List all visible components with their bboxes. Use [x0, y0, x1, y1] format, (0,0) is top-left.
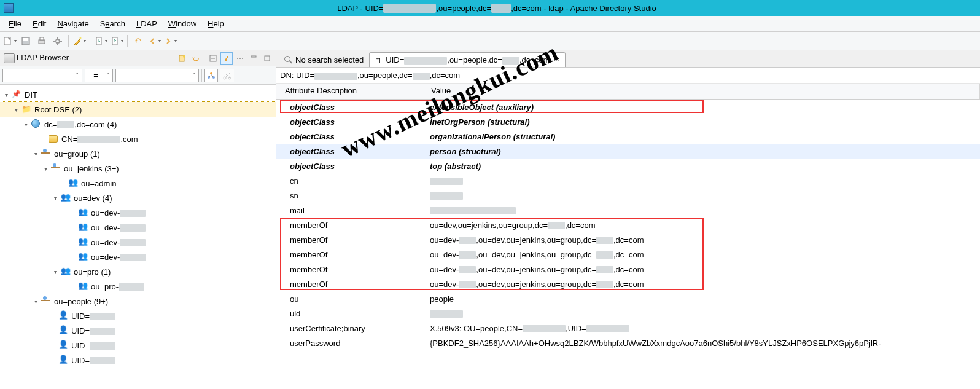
tree-uid[interactable]: UID= — [0, 308, 276, 323]
attr-row[interactable]: sn — [276, 188, 980, 203]
export-button[interactable] — [109, 34, 124, 49]
attr-row[interactable]: objectClassextensibleObject (auxiliary) — [276, 100, 980, 114]
col-attribute[interactable]: Attribute Description — [276, 84, 422, 99]
tree-admin[interactable]: ou=admin — [0, 176, 276, 191]
main-toolbar — [0, 32, 980, 50]
attr-row[interactable]: objectClassorganizationalPerson (structu… — [276, 129, 980, 144]
dn-bar: DN: UID=,ou=people,dc=,dc=com — [276, 68, 980, 84]
svg-point-5 — [56, 39, 60, 43]
window-title: LDAP - UID= ,ou=people,dc= ,dc=com - lda… — [17, 3, 976, 13]
menu-help[interactable]: Help — [203, 17, 229, 30]
tree-jenkins[interactable]: ou=jenkins (3+) — [0, 161, 276, 176]
ldap-browser-header: LDAP Browser — [0, 50, 276, 66]
window-titlebar: LDAP - UID= ,ou=people,dc= ,dc=com - lda… — [0, 0, 980, 16]
attr-row[interactable]: objectClassperson (structural) — [276, 144, 980, 159]
tree-dev-child[interactable]: ou=dev- — [0, 235, 276, 250]
attr-row[interactable]: objectClassinetOrgPerson (structural) — [276, 114, 980, 129]
menu-edit[interactable]: Edit — [28, 17, 51, 30]
filter-attribute-combo[interactable] — [2, 69, 82, 82]
ldap-browser-title: LDAP Browser — [2, 53, 175, 63]
tree-pro[interactable]: ou=pro (1) — [0, 264, 276, 279]
attr-row[interactable]: memberOfou=dev,ou=jenkins,ou=group,dc=,d… — [276, 218, 980, 232]
attr-row[interactable]: userPassword{PBKDF2_SHA256}AAAIAAh+OHwsq… — [276, 336, 980, 350]
wizard-button[interactable] — [72, 34, 87, 49]
collapse-button[interactable] — [207, 52, 219, 65]
filter-operator-combo[interactable]: = — [85, 69, 113, 82]
close-icon[interactable]: ✕ — [554, 56, 560, 64]
menu-navigate[interactable]: Navigate — [52, 17, 93, 30]
undo-button[interactable] — [131, 34, 146, 49]
tree-group[interactable]: ou=group (1) — [0, 146, 276, 161]
tree-dc[interactable]: dc=,dc=com (4) — [0, 117, 276, 132]
tree-people[interactable]: ou=people (9+) — [0, 294, 276, 308]
minimize-icon[interactable] — [247, 52, 260, 65]
menu-search[interactable]: Search — [95, 17, 130, 30]
tree-uid[interactable]: UID= — [0, 323, 276, 338]
svg-point-14 — [183, 55, 185, 58]
maximize-icon[interactable] — [261, 52, 273, 65]
menu-file[interactable]: File — [4, 17, 26, 30]
tree-root-dse[interactable]: Root DSE (2) — [0, 102, 276, 117]
tree-uid[interactable]: UID= — [0, 338, 276, 353]
attr-row[interactable]: uid — [276, 306, 980, 321]
attr-row[interactable]: oupeople — [276, 291, 980, 306]
tree-pro-child[interactable]: ou=pro- — [0, 279, 276, 294]
filter-tree-button[interactable] — [204, 69, 218, 82]
attr-row[interactable]: cn — [276, 173, 980, 188]
filter-row: = — [0, 66, 276, 85]
filter-value-combo[interactable] — [115, 69, 199, 82]
svg-point-17 — [237, 58, 238, 59]
refresh-button[interactable] — [190, 52, 202, 65]
tree-dev-child[interactable]: ou=dev- — [0, 250, 276, 264]
menubar: File Edit Navigate Search LDAP Window He… — [0, 16, 980, 32]
svg-rect-20 — [251, 56, 256, 57]
gear-button[interactable] — [50, 34, 65, 49]
editor-tabs: No search selected UID=,ou=people,dc=,dc… — [276, 50, 980, 68]
svg-point-19 — [242, 58, 243, 59]
print-button[interactable] — [34, 34, 49, 49]
attr-row[interactable]: memberOfou=dev-,ou=dev,ou=jenkins,ou=gro… — [276, 232, 980, 247]
forward-button[interactable] — [163, 34, 177, 49]
attribute-table[interactable]: objectClassextensibleObject (auxiliary)o… — [276, 100, 980, 389]
app-icon — [4, 3, 14, 13]
back-button[interactable] — [147, 34, 161, 49]
svg-rect-2 — [23, 38, 28, 41]
save-button[interactable] — [18, 34, 33, 49]
attribute-table-header: Attribute Description Value — [276, 84, 980, 100]
svg-rect-3 — [39, 40, 45, 44]
tree-dev[interactable]: ou=dev (4) — [0, 191, 276, 205]
tab-search[interactable]: No search selected — [279, 52, 369, 67]
menu-ldap[interactable]: LDAP — [131, 17, 162, 30]
col-value[interactable]: Value — [422, 84, 980, 99]
svg-point-22 — [210, 72, 212, 74]
tree-uid[interactable]: UID= — [0, 353, 276, 367]
menu-icon[interactable] — [234, 52, 246, 65]
attr-row[interactable]: memberOfou=dev-,ou=dev,ou=jenkins,ou=gro… — [276, 277, 980, 291]
link-button[interactable] — [220, 52, 233, 65]
attr-row[interactable]: objectClasstop (abstract) — [276, 159, 980, 173]
import-button[interactable] — [93, 34, 108, 49]
svg-rect-21 — [265, 56, 270, 61]
new-context-button[interactable] — [176, 52, 189, 65]
svg-rect-4 — [40, 37, 44, 40]
entry-icon — [375, 56, 383, 65]
attr-row[interactable]: mail — [276, 203, 980, 218]
menu-window[interactable]: Window — [163, 17, 201, 30]
new-button[interactable] — [2, 34, 17, 49]
attr-row[interactable]: memberOfou=dev-,ou=dev,ou=jenkins,ou=gro… — [276, 247, 980, 262]
cut-button[interactable] — [220, 69, 234, 82]
tree-dev-child[interactable]: ou=dev- — [0, 205, 276, 220]
svg-point-10 — [80, 37, 82, 39]
tree-cn[interactable]: CN=.com — [0, 132, 276, 146]
attr-row[interactable]: memberOfou=dev-,ou=dev,ou=jenkins,ou=gro… — [276, 262, 980, 277]
attr-row[interactable]: userCertificate;binaryX.509v3: OU=people… — [276, 321, 980, 336]
svg-point-18 — [239, 58, 241, 59]
tree-dit[interactable]: DIT — [0, 87, 276, 102]
tab-entry[interactable]: UID=,ou=people,dc=,dc=com✕ — [369, 52, 566, 67]
ldap-tree[interactable]: DIT Root DSE (2) dc=,dc=com (4) CN=.com … — [0, 85, 276, 389]
tree-dev-child[interactable]: ou=dev- — [0, 220, 276, 235]
search-icon — [284, 56, 293, 65]
